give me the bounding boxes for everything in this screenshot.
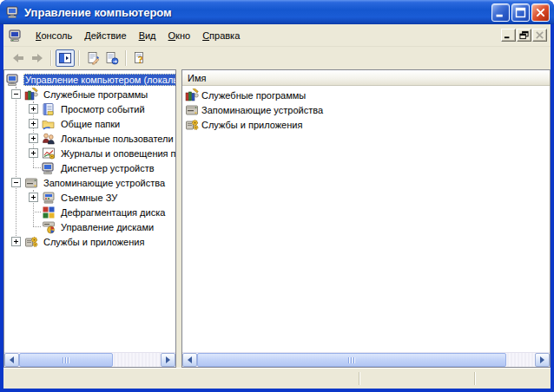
scroll-grip-icon: [63, 357, 70, 363]
menu-item-view[interactable]: Вид: [133, 29, 162, 42]
tree-item-disk-management[interactable]: Управление дисками: [4, 219, 175, 234]
properties-icon: [86, 51, 100, 65]
scroll-left-button[interactable]: [4, 353, 19, 367]
minimize-button[interactable]: [491, 3, 510, 22]
console-tree: Управление компьютером (локальн Служебны…: [4, 70, 175, 352]
services-icon: [185, 118, 199, 132]
console-window-icon: [9, 29, 23, 42]
window-title: Управление компьютером: [24, 6, 490, 19]
menu-item-action[interactable]: Действие: [78, 29, 132, 42]
collapse-minus-icon[interactable]: [11, 89, 21, 99]
list-item-system-tools[interactable]: Служебные программы: [182, 88, 550, 102]
console-content: Управление компьютером (локальн Служебны…: [3, 69, 551, 368]
scroll-thumb[interactable]: [19, 353, 113, 367]
device-manager-icon: [42, 161, 56, 175]
tree-horizontal-scrollbar[interactable]: [4, 352, 175, 367]
status-separator: [359, 372, 360, 385]
toolbar-separator: [125, 50, 127, 66]
maximize-button[interactable]: [511, 3, 530, 22]
scroll-thumb[interactable]: [197, 353, 506, 367]
back-icon: [11, 51, 25, 65]
expand-plus-icon[interactable]: [11, 237, 21, 246]
removable-storage-icon: [42, 191, 56, 205]
tree-item-performance-logs[interactable]: Журналы и оповещения пр: [4, 146, 175, 160]
tree-item-shared-folders[interactable]: Общие папки: [4, 116, 175, 131]
list-item-storage[interactable]: Запоминающие устройства: [182, 102, 550, 117]
menu-item-help[interactable]: Справка: [196, 29, 246, 42]
help-icon: ?: [133, 51, 147, 65]
status-separator: [474, 372, 476, 385]
properties-button[interactable]: [83, 49, 102, 67]
disk-management-icon: [42, 220, 56, 234]
svg-text:?: ?: [138, 55, 143, 65]
storage-devices-icon: [185, 103, 199, 117]
mdi-restore-button[interactable]: [517, 29, 531, 42]
toolbar: ?: [3, 47, 551, 69]
titlebar: Управление компьютером: [0, 0, 554, 24]
local-users-icon: [42, 132, 56, 146]
tree-item-local-users-groups[interactable]: Локальные пользователи и: [4, 131, 175, 146]
disk-defragmenter-icon: [42, 206, 56, 219]
tree-item-services-applications[interactable]: Службы и приложения: [4, 234, 175, 249]
collapse-minus-icon[interactable]: [11, 178, 21, 187]
computer-icon: [6, 5, 20, 19]
export-list-button[interactable]: [102, 49, 122, 67]
mdi-window-controls: [500, 29, 547, 42]
status-bar: [3, 368, 551, 389]
expand-plus-icon[interactable]: [29, 193, 38, 202]
back-button: [9, 49, 28, 67]
mdi-close-button-disabled: [532, 29, 547, 42]
show-hide-tree-icon: [58, 51, 72, 65]
items-list: Служебные программы Запоминающие устройс…: [182, 86, 550, 352]
list-horizontal-scrollbar[interactable]: [182, 352, 550, 367]
computer-management-window: Управление компьютером Консоль Действие …: [0, 0, 554, 392]
tree-item-event-viewer[interactable]: Просмотр событий: [4, 101, 175, 116]
tree-item-system-tools[interactable]: Служебные программы: [4, 87, 175, 101]
tree-item-storage[interactable]: Запоминающие устройства: [4, 175, 175, 190]
menubar: Консоль Действие Вид Окно Справка: [3, 24, 551, 47]
scroll-left-arrow-icon: [184, 356, 192, 363]
column-header-name[interactable]: Имя: [182, 70, 550, 86]
scroll-right-arrow-icon: [166, 356, 174, 363]
show-hide-console-tree-button[interactable]: [56, 49, 75, 67]
computer-icon: [6, 73, 20, 87]
expand-plus-icon[interactable]: [29, 119, 38, 128]
scroll-right-button[interactable]: [161, 353, 175, 367]
menu-item-console[interactable]: Консоль: [30, 29, 78, 42]
expand-plus-icon[interactable]: [29, 104, 38, 114]
tree-item-device-manager[interactable]: Диспетчер устройств: [4, 160, 175, 175]
list-panel: Имя Служебные программы Запоминающие уст…: [181, 69, 551, 368]
system-tools-icon: [185, 88, 199, 102]
forward-button: [28, 49, 47, 67]
scroll-left-arrow-icon: [6, 356, 14, 363]
tree-item-removable-storage[interactable]: Съемные ЗУ: [4, 190, 175, 205]
tree-item-disk-defragmenter[interactable]: Дефрагментация диска: [4, 205, 175, 219]
storage-devices-icon: [24, 176, 38, 190]
expand-plus-icon[interactable]: [29, 148, 38, 158]
menu-item-window[interactable]: Окно: [162, 29, 197, 42]
forward-icon: [30, 51, 44, 65]
event-viewer-icon: [42, 102, 56, 116]
tree-item-computer-management[interactable]: Управление компьютером (локальн: [4, 72, 175, 87]
scroll-grip-icon: [348, 357, 356, 363]
list-item-services-applications[interactable]: Службы и приложения: [182, 117, 550, 132]
toolbar-separator: [78, 50, 80, 66]
expand-plus-icon[interactable]: [29, 134, 38, 143]
shared-folders-icon: [42, 117, 56, 131]
toolbar-separator: [50, 50, 52, 66]
mdi-minimize-button[interactable]: [501, 29, 516, 42]
performance-logs-icon: [42, 147, 56, 160]
scroll-left-button[interactable]: [182, 353, 197, 367]
system-tools-icon: [24, 88, 38, 101]
scroll-right-button[interactable]: [535, 353, 550, 367]
export-list-icon: [105, 51, 119, 65]
console-tree-panel: Управление компьютером (локальн Служебны…: [3, 69, 176, 368]
help-button[interactable]: ?: [130, 49, 149, 67]
window-body: Консоль Действие Вид Окно Справка: [3, 24, 551, 389]
close-button[interactable]: [531, 3, 550, 22]
services-icon: [24, 235, 38, 249]
scroll-right-arrow-icon: [540, 356, 548, 363]
